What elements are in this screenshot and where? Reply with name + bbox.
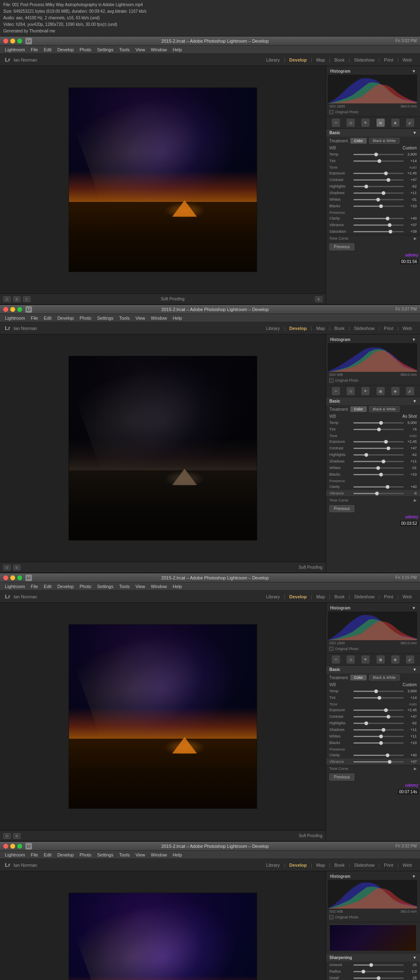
histogram-header-1[interactable]: Histogram ▼: [328, 68, 418, 75]
shadows-track-2[interactable]: [354, 461, 404, 462]
nav-library-1[interactable]: Library: [263, 57, 283, 62]
minimize-button-3[interactable]: [10, 575, 15, 580]
nav-web-3[interactable]: Web: [399, 594, 415, 599]
clarity-track-2[interactable]: [354, 486, 404, 488]
menu-help-3[interactable]: Help: [170, 584, 185, 589]
nav-web-2[interactable]: Web: [399, 326, 415, 331]
close-button-1[interactable]: [3, 39, 8, 44]
amount-track-4[interactable]: [354, 964, 404, 966]
zoom-btn-1[interactable]: ⊕: [315, 296, 322, 302]
histogram-toggle-1[interactable]: ▼: [412, 69, 416, 73]
nav-develop-1[interactable]: Develop: [286, 57, 310, 62]
contrast-track-3[interactable]: [354, 716, 404, 717]
sharpening-header-4[interactable]: Sharpening ▼: [326, 954, 420, 962]
menu-settings-3[interactable]: Settings: [95, 584, 116, 589]
minimize-button-1[interactable]: [10, 39, 15, 44]
menu-tools-3[interactable]: Tools: [116, 584, 132, 589]
spot-tool-2[interactable]: ◎: [347, 387, 355, 395]
menu-file-2[interactable]: File: [28, 316, 41, 321]
color-btn-2[interactable]: Color: [350, 406, 367, 412]
nav-library-2[interactable]: Library: [263, 326, 283, 331]
exposure-track-1[interactable]: [354, 173, 404, 174]
vibrance-track-3[interactable]: [354, 761, 404, 762]
color-btn-3[interactable]: Color: [350, 675, 367, 680]
radial-tool-1[interactable]: ◉: [391, 119, 399, 127]
view-mode-btn-1[interactable]: ⊟: [3, 296, 11, 302]
nav-book-1[interactable]: Book: [331, 57, 348, 62]
radial-tool-3[interactable]: ◉: [391, 655, 399, 664]
nav-print-1[interactable]: Print: [381, 57, 397, 62]
menu-develop[interactable]: Develop: [55, 47, 76, 52]
whites-track-3[interactable]: [354, 736, 404, 737]
crop-tool-1[interactable]: ✂: [332, 119, 340, 127]
crop-tool-2[interactable]: ✂: [332, 387, 340, 395]
blacks-track-2[interactable]: [354, 474, 404, 475]
basic-header-2[interactable]: Basic ▼: [326, 397, 420, 405]
menu-photo[interactable]: Photo: [77, 47, 94, 52]
shadows-track-1[interactable]: [354, 192, 404, 194]
exposure-track-2[interactable]: [354, 441, 404, 442]
close-button-4[interactable]: [3, 844, 8, 849]
menu-develop-2[interactable]: Develop: [55, 316, 76, 321]
previous-btn-3[interactable]: Previous: [329, 774, 354, 781]
original-checkbox-1[interactable]: [329, 110, 333, 114]
redeye-tool-2[interactable]: 👁: [361, 387, 370, 395]
menu-settings[interactable]: Settings: [95, 47, 116, 52]
nav-library-3[interactable]: Library: [263, 594, 283, 599]
nav-print-4[interactable]: Print: [381, 863, 397, 868]
contrast-track-1[interactable]: [354, 179, 404, 181]
maximize-button-2[interactable]: [17, 307, 22, 312]
nav-print-3[interactable]: Print: [381, 594, 397, 599]
maximize-button-3[interactable]: [17, 575, 22, 580]
nav-develop-2[interactable]: Develop: [286, 326, 310, 331]
radius-track-4[interactable]: [354, 971, 404, 972]
menu-develop-4[interactable]: Develop: [55, 852, 76, 857]
contrast-track-2[interactable]: [354, 448, 404, 449]
redeye-tool-1[interactable]: 👁: [361, 119, 370, 127]
highlights-track-1[interactable]: [354, 186, 404, 187]
view-grid-btn-2[interactable]: ⊞: [13, 565, 21, 570]
clarity-track-3[interactable]: [354, 755, 404, 756]
crop-tool-3[interactable]: ✂: [332, 655, 340, 664]
original-checkbox-4[interactable]: [329, 915, 333, 919]
nav-develop-3[interactable]: Develop: [286, 594, 310, 599]
minimize-button-4[interactable]: [10, 844, 15, 849]
nav-map-3[interactable]: Map: [313, 594, 328, 599]
basic-header-3[interactable]: Basic ▼: [326, 666, 420, 673]
view-mode-btn-3[interactable]: ⊟: [3, 833, 11, 839]
menu-help-2[interactable]: Help: [170, 316, 185, 321]
temp-track-3[interactable]: [354, 691, 404, 692]
menu-edit-4[interactable]: Edit: [41, 852, 54, 857]
nav-develop-4[interactable]: Develop: [286, 863, 310, 868]
highlights-track-3[interactable]: [354, 723, 404, 724]
menu-settings-4[interactable]: Settings: [95, 852, 116, 857]
menu-help[interactable]: Help: [170, 47, 185, 52]
nav-slideshow-2[interactable]: Slideshow: [351, 326, 378, 331]
tint-track-1[interactable]: [354, 160, 404, 162]
menu-settings-2[interactable]: Settings: [95, 316, 116, 321]
redeye-tool-3[interactable]: 👁: [361, 655, 370, 664]
vibrance-track-2[interactable]: [354, 493, 404, 494]
nav-web-1[interactable]: Web: [399, 57, 415, 62]
vibrance-track-1[interactable]: [354, 224, 404, 226]
nav-slideshow-3[interactable]: Slideshow: [351, 594, 378, 599]
bw-btn-3[interactable]: Black & White: [369, 675, 399, 680]
menu-lightroom-3[interactable]: Lightroom: [2, 584, 27, 589]
nav-print-2[interactable]: Print: [381, 326, 397, 331]
menu-view-3[interactable]: View: [133, 584, 148, 589]
auto-btn-1[interactable]: Auto: [409, 165, 417, 169]
tint-track-2[interactable]: [354, 429, 404, 430]
highlights-track-2[interactable]: [354, 454, 404, 456]
nav-map-4[interactable]: Map: [313, 863, 328, 868]
original-checkbox-3[interactable]: [329, 647, 333, 651]
nav-book-4[interactable]: Book: [331, 863, 348, 868]
temp-track-1[interactable]: [354, 154, 404, 155]
detail-track-4[interactable]: [354, 978, 404, 979]
menu-tools-4[interactable]: Tools: [116, 852, 132, 857]
nav-map-1[interactable]: Map: [313, 57, 328, 62]
clarity-track-1[interactable]: [354, 218, 404, 219]
menu-photo-3[interactable]: Photo: [77, 584, 94, 589]
menu-tools[interactable]: Tools: [116, 47, 132, 52]
menu-edit[interactable]: Edit: [41, 47, 54, 52]
menu-tools-2[interactable]: Tools: [116, 316, 132, 321]
